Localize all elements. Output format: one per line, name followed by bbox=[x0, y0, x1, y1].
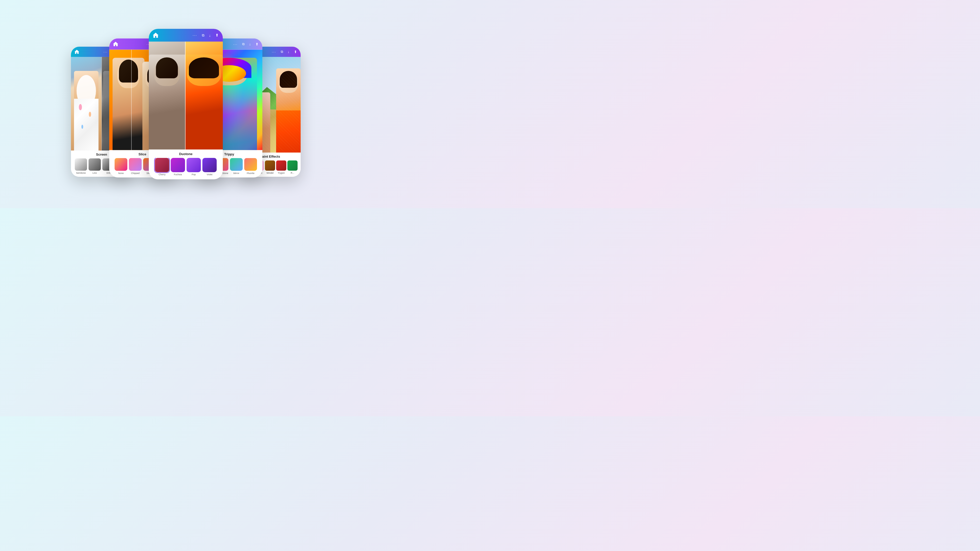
home-icon-duotone[interactable] bbox=[153, 33, 159, 38]
more-icon-duotone[interactable]: ··· bbox=[192, 33, 197, 37]
filter-trygon[interactable]: Trygon bbox=[276, 160, 286, 174]
filter-violet[interactable]: Violet bbox=[202, 158, 217, 176]
copy-icon-duotone[interactable]: ⧉ bbox=[202, 33, 204, 38]
filter-r[interactable]: R... bbox=[287, 160, 298, 174]
download-icon-paint[interactable]: ↓ bbox=[288, 50, 290, 54]
filter-lino[interactable]: Lino bbox=[89, 159, 101, 174]
phones-container: ··· ⧉ ↓ ⬆ bbox=[0, 0, 372, 208]
filter-fluorite2[interactable]: Fluorite bbox=[244, 158, 257, 175]
duotone-filter-panel: Duotone Cherry Fuchsia Pop bbox=[149, 149, 223, 179]
phone-duotone: ··· ⧉ ↓ ⬆ bbox=[149, 29, 223, 179]
filter-chipped[interactable]: Chipped bbox=[129, 158, 142, 175]
filter-windel[interactable]: Windel bbox=[265, 160, 275, 174]
duotone-filters: Cherry Fuchsia Pop Violet bbox=[151, 158, 221, 176]
home-icon[interactable] bbox=[75, 50, 79, 54]
download-icon-duotone[interactable]: ↓ bbox=[209, 33, 211, 38]
home-icon-slice[interactable] bbox=[113, 42, 118, 46]
more-icon-trippy[interactable]: ··· bbox=[233, 42, 238, 46]
more-icon-paint[interactable]: ··· bbox=[272, 50, 276, 54]
filter-pop[interactable]: Pop bbox=[186, 158, 201, 176]
share-icon-paint[interactable]: ⬆ bbox=[294, 50, 297, 54]
share-icon-duotone[interactable]: ⬆ bbox=[215, 33, 219, 38]
more-icon[interactable]: ··· bbox=[103, 50, 108, 54]
share-icon-trippy[interactable]: ⬆ bbox=[256, 42, 259, 46]
copy-icon-trippy[interactable]: ⧉ bbox=[242, 42, 245, 46]
filter-cherry[interactable]: Cherry bbox=[155, 158, 169, 176]
filter-none-slice[interactable]: None bbox=[115, 158, 127, 175]
filter-semitone[interactable]: Semitone bbox=[75, 159, 87, 174]
copy-icon-paint[interactable]: ⧉ bbox=[281, 50, 283, 54]
download-icon-trippy[interactable]: ↓ bbox=[249, 42, 251, 46]
filter-fuchsia[interactable]: Fuchsia bbox=[171, 158, 185, 176]
duotone-image bbox=[149, 41, 223, 149]
filter-mirror[interactable]: Mirror bbox=[230, 158, 243, 175]
duotone-title: Duotone bbox=[151, 152, 221, 156]
